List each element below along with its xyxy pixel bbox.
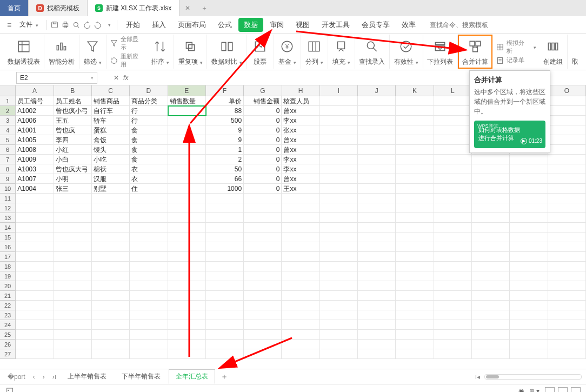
cell[interactable] <box>282 242 319 252</box>
sheet-nav-last[interactable]: ›ı <box>49 373 59 381</box>
cell[interactable] <box>206 320 244 330</box>
cell[interactable]: 李xx <box>282 116 319 125</box>
cell[interactable]: 88 <box>206 106 244 116</box>
row-header[interactable]: 21 <box>0 291 16 301</box>
cell[interactable] <box>130 262 168 271</box>
cell[interactable] <box>396 232 434 242</box>
cell[interactable] <box>510 252 548 262</box>
cell[interactable] <box>206 223 244 232</box>
menu-效率[interactable]: 效率 <box>396 18 421 32</box>
cell[interactable] <box>472 174 510 184</box>
cell[interactable] <box>396 223 434 232</box>
cell[interactable] <box>320 106 358 116</box>
cell[interactable]: 食 <box>130 155 168 164</box>
sheet-tab[interactable]: 下半年销售表 <box>115 369 168 384</box>
cell[interactable]: 馒头 <box>92 145 130 155</box>
cell[interactable] <box>510 262 548 271</box>
print-icon[interactable] <box>61 20 70 30</box>
cell[interactable] <box>434 252 472 262</box>
cell[interactable] <box>54 320 92 330</box>
row-header[interactable]: 24 <box>0 320 16 330</box>
sheet-tab[interactable]: 上半年销售表 <box>61 369 114 384</box>
cell[interactable] <box>434 262 472 271</box>
cell[interactable] <box>434 125 472 135</box>
row-header[interactable]: 2 <box>0 106 16 116</box>
cell[interactable] <box>320 310 358 320</box>
cell[interactable] <box>54 281 92 291</box>
row-header[interactable]: 12 <box>0 203 16 213</box>
sheet-tab[interactable]: 全年汇总表 <box>169 369 215 384</box>
row-header[interactable]: 23 <box>0 310 16 320</box>
cell[interactable]: 盒饭 <box>92 135 130 145</box>
cell[interactable] <box>396 135 434 145</box>
cell[interactable] <box>54 252 92 262</box>
file-menu[interactable]: 文件 <box>15 18 43 31</box>
ribbon-group-cancel[interactable]: 取 <box>568 35 583 69</box>
cell[interactable] <box>434 96 472 106</box>
cell[interactable] <box>434 164 472 174</box>
cell[interactable] <box>168 271 206 281</box>
cell[interactable]: 曾xx <box>282 135 319 145</box>
cell[interactable]: 曾xx <box>282 174 319 184</box>
print-preview-icon[interactable] <box>71 20 81 30</box>
cell[interactable] <box>396 310 434 320</box>
cell[interactable] <box>510 271 548 281</box>
row-header[interactable]: 7 <box>0 155 16 164</box>
col-header[interactable]: E <box>168 85 206 96</box>
cell[interactable] <box>16 301 54 310</box>
cell[interactable]: 小吃 <box>92 155 130 164</box>
cell[interactable] <box>396 252 434 262</box>
cell[interactable]: 小明 <box>54 174 92 184</box>
cell[interactable] <box>434 271 472 281</box>
cell[interactable] <box>358 145 396 155</box>
cancel-formula-icon[interactable]: ✕ <box>114 74 119 82</box>
cell[interactable] <box>244 232 282 242</box>
cell[interactable] <box>472 164 510 174</box>
cell[interactable] <box>434 145 472 155</box>
cell[interactable] <box>396 174 434 184</box>
cell[interactable]: 销售金额 <box>244 96 282 106</box>
col-header[interactable]: L <box>434 85 472 96</box>
cell[interactable]: 曾xx <box>282 145 319 155</box>
cell[interactable] <box>130 301 168 310</box>
cell[interactable] <box>472 320 510 330</box>
col-header[interactable]: C <box>92 85 130 96</box>
cell[interactable] <box>434 232 472 242</box>
cell[interactable]: 2 <box>206 155 244 164</box>
cell[interactable] <box>168 194 206 203</box>
cell[interactable] <box>282 301 319 310</box>
cell[interactable]: 曾也疯小弓 <box>54 106 92 116</box>
cell[interactable]: 1 <box>206 145 244 155</box>
cell[interactable] <box>434 184 472 194</box>
cell[interactable] <box>548 223 586 232</box>
row-header[interactable]: 26 <box>0 340 16 349</box>
cell[interactable] <box>320 281 358 291</box>
cell[interactable] <box>472 184 510 194</box>
cell[interactable] <box>510 213 548 223</box>
cell[interactable] <box>92 242 130 252</box>
ribbon-sort[interactable]: 排序 <box>147 35 174 69</box>
cell[interactable] <box>472 223 510 232</box>
cell[interactable] <box>168 262 206 271</box>
cell[interactable]: 食 <box>130 145 168 155</box>
cell[interactable] <box>130 252 168 262</box>
cell[interactable] <box>358 349 396 359</box>
cell[interactable] <box>510 223 548 232</box>
cell[interactable] <box>130 330 168 340</box>
menu-会员专享[interactable]: 会员专享 <box>356 18 395 32</box>
cell[interactable] <box>320 174 358 184</box>
tooltip-video[interactable]: WPS学堂 如何对表格数据 进行合并计算 01:23 <box>474 121 545 148</box>
cell[interactable] <box>396 116 434 125</box>
cell[interactable] <box>54 301 92 310</box>
cell[interactable] <box>130 310 168 320</box>
cell[interactable]: 食 <box>130 125 168 135</box>
cell[interactable] <box>92 330 130 340</box>
cell[interactable] <box>396 349 434 359</box>
row-header[interactable]: 25 <box>0 330 16 340</box>
cell[interactable] <box>168 213 206 223</box>
cell[interactable] <box>282 203 319 213</box>
cell[interactable] <box>396 203 434 213</box>
view-page-icon[interactable] <box>558 387 568 392</box>
cell[interactable] <box>510 242 548 252</box>
tab-close[interactable]: ✕ <box>179 0 196 16</box>
